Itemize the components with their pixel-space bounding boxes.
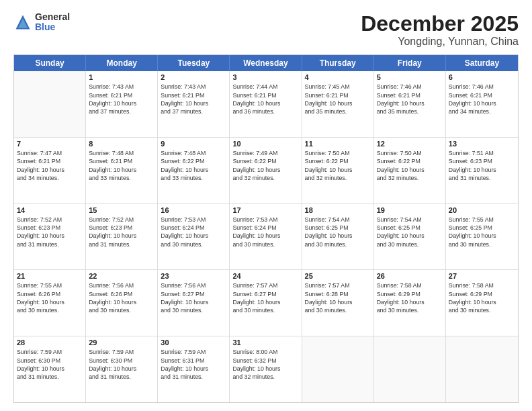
- day-number: 16: [161, 206, 226, 214]
- day-info: Sunrise: 7:51 AMSunset: 6:23 PMDaylight:…: [449, 149, 515, 182]
- logo-icon: [13, 13, 32, 32]
- cal-cell-3-7: 20Sunrise: 7:55 AMSunset: 6:25 PMDayligh…: [446, 204, 518, 270]
- cal-cell-5-3: 30Sunrise: 7:59 AMSunset: 6:31 PMDayligh…: [158, 336, 230, 402]
- day-info: Sunrise: 7:58 AMSunset: 6:29 PMDaylight:…: [377, 281, 443, 314]
- cal-cell-4-7: 27Sunrise: 7:58 AMSunset: 6:29 PMDayligh…: [446, 270, 518, 336]
- cal-cell-1-7: 6Sunrise: 7:46 AMSunset: 6:21 PMDaylight…: [446, 71, 518, 137]
- day-number: 18: [305, 206, 371, 214]
- day-info: Sunrise: 7:57 AMSunset: 6:27 PMDaylight:…: [232, 281, 298, 314]
- cal-week-2: 7Sunrise: 7:47 AMSunset: 6:21 PMDaylight…: [14, 138, 518, 204]
- cal-cell-3-3: 16Sunrise: 7:53 AMSunset: 6:24 PMDayligh…: [158, 204, 230, 270]
- cal-cell-5-6: [374, 336, 446, 402]
- day-number: 4: [305, 73, 371, 81]
- cal-header-tuesday: Tuesday: [158, 55, 230, 71]
- cal-cell-2-1: 7Sunrise: 7:47 AMSunset: 6:21 PMDaylight…: [14, 138, 86, 203]
- cal-cell-4-5: 25Sunrise: 7:57 AMSunset: 6:28 PMDayligh…: [302, 270, 374, 336]
- day-info: Sunrise: 7:52 AMSunset: 6:23 PMDaylight:…: [89, 216, 154, 248]
- cal-cell-3-6: 19Sunrise: 7:54 AMSunset: 6:25 PMDayligh…: [374, 204, 446, 270]
- cal-cell-4-6: 26Sunrise: 7:58 AMSunset: 6:29 PMDayligh…: [374, 270, 446, 336]
- cal-week-4: 21Sunrise: 7:55 AMSunset: 6:26 PMDayligh…: [14, 270, 518, 336]
- day-info: Sunrise: 7:50 AMSunset: 6:22 PMDaylight:…: [305, 149, 371, 182]
- day-number: 1: [89, 73, 154, 81]
- day-info: Sunrise: 7:55 AMSunset: 6:25 PMDaylight:…: [449, 216, 515, 248]
- cal-cell-1-5: 4Sunrise: 7:45 AMSunset: 6:21 PMDaylight…: [302, 71, 374, 137]
- header: General Blue December 2025 Yongding, Yun…: [13, 12, 519, 48]
- cal-cell-1-1: [14, 71, 86, 137]
- cal-cell-1-6: 5Sunrise: 7:46 AMSunset: 6:21 PMDaylight…: [374, 71, 446, 137]
- day-info: Sunrise: 7:46 AMSunset: 6:21 PMDaylight:…: [377, 83, 443, 116]
- title-block: December 2025 Yongding, Yunnan, China: [361, 12, 519, 48]
- cal-cell-5-7: [446, 336, 518, 402]
- cal-cell-5-5: [302, 336, 374, 402]
- day-info: Sunrise: 7:57 AMSunset: 6:28 PMDaylight:…: [305, 281, 371, 314]
- day-number: 21: [17, 272, 83, 280]
- cal-cell-4-3: 23Sunrise: 7:56 AMSunset: 6:27 PMDayligh…: [158, 270, 230, 336]
- day-number: 11: [305, 140, 371, 148]
- logo-general-label: General: [35, 12, 70, 22]
- cal-header-friday: Friday: [374, 55, 446, 71]
- day-number: 9: [161, 140, 226, 148]
- day-info: Sunrise: 7:56 AMSunset: 6:26 PMDaylight:…: [89, 281, 154, 314]
- day-info: Sunrise: 7:50 AMSunset: 6:22 PMDaylight:…: [377, 149, 443, 182]
- day-info: Sunrise: 7:48 AMSunset: 6:22 PMDaylight:…: [161, 149, 226, 182]
- day-info: Sunrise: 7:59 AMSunset: 6:30 PMDaylight:…: [17, 348, 83, 381]
- day-number: 26: [377, 272, 443, 280]
- page-title: December 2025: [361, 12, 519, 36]
- day-info: Sunrise: 7:47 AMSunset: 6:21 PMDaylight:…: [17, 149, 83, 182]
- day-number: 5: [377, 73, 443, 81]
- day-number: 28: [17, 338, 83, 347]
- day-info: Sunrise: 7:53 AMSunset: 6:24 PMDaylight:…: [232, 216, 298, 248]
- day-number: 29: [89, 338, 154, 347]
- cal-cell-1-3: 2Sunrise: 7:43 AMSunset: 6:21 PMDaylight…: [158, 71, 230, 137]
- cal-cell-1-4: 3Sunrise: 7:44 AMSunset: 6:21 PMDaylight…: [230, 71, 302, 137]
- day-info: Sunrise: 7:59 AMSunset: 6:30 PMDaylight:…: [89, 348, 154, 381]
- day-number: 27: [449, 272, 515, 280]
- calendar-header: SundayMondayTuesdayWednesdayThursdayFrid…: [14, 55, 518, 71]
- day-number: 14: [17, 206, 83, 214]
- day-number: 15: [89, 206, 154, 214]
- day-number: 31: [232, 338, 298, 347]
- logo: General Blue: [13, 12, 70, 33]
- page: General Blue December 2025 Yongding, Yun…: [0, 0, 532, 411]
- cal-cell-3-2: 15Sunrise: 7:52 AMSunset: 6:23 PMDayligh…: [86, 204, 158, 270]
- cal-cell-2-7: 13Sunrise: 7:51 AMSunset: 6:23 PMDayligh…: [446, 138, 518, 203]
- cal-cell-1-2: 1Sunrise: 7:43 AMSunset: 6:21 PMDaylight…: [86, 71, 158, 137]
- cal-cell-2-3: 9Sunrise: 7:48 AMSunset: 6:22 PMDaylight…: [158, 138, 230, 203]
- cal-cell-2-2: 8Sunrise: 7:48 AMSunset: 6:21 PMDaylight…: [86, 138, 158, 203]
- cal-cell-5-2: 29Sunrise: 7:59 AMSunset: 6:30 PMDayligh…: [86, 336, 158, 402]
- day-info: Sunrise: 7:45 AMSunset: 6:21 PMDaylight:…: [305, 83, 371, 116]
- day-info: Sunrise: 7:58 AMSunset: 6:29 PMDaylight:…: [449, 281, 515, 314]
- cal-cell-3-1: 14Sunrise: 7:52 AMSunset: 6:23 PMDayligh…: [14, 204, 86, 270]
- day-number: 20: [449, 206, 515, 214]
- day-info: Sunrise: 8:00 AMSunset: 6:32 PMDaylight:…: [232, 348, 298, 381]
- page-subtitle: Yongding, Yunnan, China: [361, 36, 519, 48]
- day-number: 7: [17, 140, 83, 148]
- day-info: Sunrise: 7:54 AMSunset: 6:25 PMDaylight:…: [305, 216, 371, 248]
- day-info: Sunrise: 7:55 AMSunset: 6:26 PMDaylight:…: [17, 281, 83, 314]
- day-number: 8: [89, 140, 154, 148]
- day-number: 10: [232, 140, 298, 148]
- day-info: Sunrise: 7:49 AMSunset: 6:22 PMDaylight:…: [232, 149, 298, 182]
- day-info: Sunrise: 7:56 AMSunset: 6:27 PMDaylight:…: [161, 281, 226, 314]
- cal-header-saturday: Saturday: [446, 55, 518, 71]
- cal-header-sunday: Sunday: [14, 55, 86, 71]
- cal-week-3: 14Sunrise: 7:52 AMSunset: 6:23 PMDayligh…: [14, 204, 518, 271]
- day-number: 24: [232, 272, 298, 280]
- day-number: 13: [449, 140, 515, 148]
- day-number: 22: [89, 272, 154, 280]
- day-number: 19: [377, 206, 443, 214]
- cal-header-wednesday: Wednesday: [230, 55, 302, 71]
- cal-cell-2-6: 12Sunrise: 7:50 AMSunset: 6:22 PMDayligh…: [374, 138, 446, 203]
- cal-cell-2-5: 11Sunrise: 7:50 AMSunset: 6:22 PMDayligh…: [302, 138, 374, 203]
- calendar: SundayMondayTuesdayWednesdayThursdayFrid…: [13, 54, 519, 403]
- cal-cell-4-1: 21Sunrise: 7:55 AMSunset: 6:26 PMDayligh…: [14, 270, 86, 336]
- day-number: 3: [232, 73, 298, 81]
- cal-week-5: 28Sunrise: 7:59 AMSunset: 6:30 PMDayligh…: [14, 336, 518, 402]
- cal-week-1: 1Sunrise: 7:43 AMSunset: 6:21 PMDaylight…: [14, 71, 518, 138]
- day-number: 23: [161, 272, 226, 280]
- day-number: 30: [161, 338, 226, 347]
- day-number: 17: [232, 206, 298, 214]
- day-info: Sunrise: 7:44 AMSunset: 6:21 PMDaylight:…: [232, 83, 298, 116]
- cal-cell-4-2: 22Sunrise: 7:56 AMSunset: 6:26 PMDayligh…: [86, 270, 158, 336]
- logo-blue-label: Blue: [35, 22, 70, 32]
